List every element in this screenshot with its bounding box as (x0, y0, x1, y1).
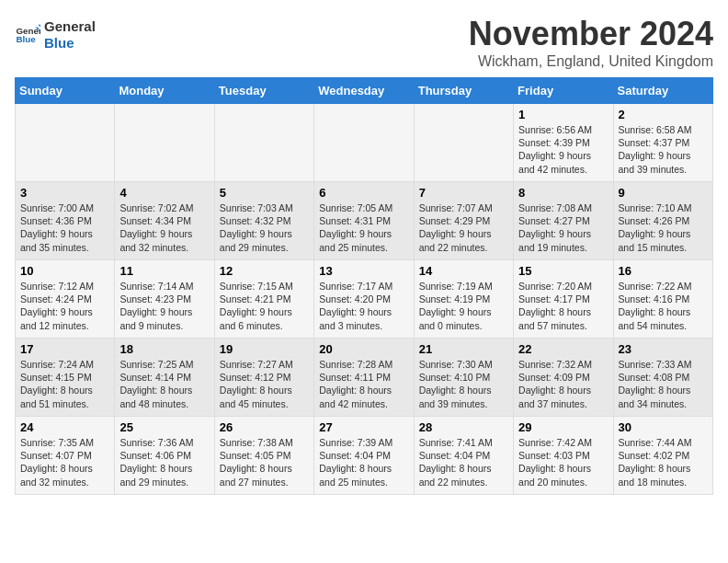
table-row: 25Sunrise: 7:36 AM Sunset: 4:06 PM Dayli… (115, 417, 214, 495)
table-row: 8Sunrise: 7:08 AM Sunset: 4:27 PM Daylig… (514, 182, 613, 260)
table-row: 13Sunrise: 7:17 AM Sunset: 4:20 PM Dayli… (314, 260, 414, 339)
cell-info: Sunrise: 7:12 AM Sunset: 4:24 PM Dayligh… (20, 280, 109, 332)
table-row: 22Sunrise: 7:32 AM Sunset: 4:09 PM Dayli… (514, 339, 613, 417)
header-saturday: Saturday (613, 78, 712, 104)
day-number: 10 (20, 264, 109, 278)
cell-info: Sunrise: 7:25 AM Sunset: 4:14 PM Dayligh… (119, 358, 209, 410)
day-number: 6 (319, 186, 408, 200)
table-row: 14Sunrise: 7:19 AM Sunset: 4:19 PM Dayli… (414, 260, 513, 339)
table-row: 9Sunrise: 7:10 AM Sunset: 4:26 PM Daylig… (613, 182, 712, 260)
cell-info: Sunrise: 7:10 AM Sunset: 4:26 PM Dayligh… (619, 201, 708, 254)
cell-info: Sunrise: 7:03 AM Sunset: 4:32 PM Dayligh… (220, 201, 309, 254)
cell-info: Sunrise: 7:35 AM Sunset: 4:07 PM Dayligh… (20, 436, 109, 488)
logo-icon: General Blue (15, 22, 40, 48)
day-number: 16 (619, 264, 708, 278)
day-number: 24 (20, 420, 109, 434)
cell-info: Sunrise: 7:02 AM Sunset: 4:34 PM Dayligh… (119, 201, 209, 254)
cell-info: Sunrise: 7:41 AM Sunset: 4:04 PM Dayligh… (419, 436, 508, 488)
day-number: 8 (518, 186, 608, 200)
cell-info: Sunrise: 7:24 AM Sunset: 4:15 PM Dayligh… (20, 358, 109, 410)
cell-info: Sunrise: 7:33 AM Sunset: 4:08 PM Dayligh… (619, 358, 708, 410)
day-number: 28 (419, 420, 508, 434)
table-row: 21Sunrise: 7:30 AM Sunset: 4:10 PM Dayli… (414, 339, 513, 417)
table-row: 10Sunrise: 7:12 AM Sunset: 4:24 PM Dayli… (16, 260, 115, 339)
day-number: 1 (518, 108, 608, 121)
day-number: 5 (220, 186, 309, 200)
cell-info: Sunrise: 7:38 AM Sunset: 4:05 PM Dayligh… (220, 436, 309, 488)
day-number: 13 (319, 264, 408, 278)
day-number: 11 (119, 264, 209, 278)
day-number: 26 (220, 420, 309, 434)
cell-info: Sunrise: 7:36 AM Sunset: 4:06 PM Dayligh… (119, 436, 209, 488)
day-number: 4 (119, 186, 209, 200)
title-section: November 2024 Wickham, England, United K… (469, 15, 713, 70)
cell-info: Sunrise: 7:44 AM Sunset: 4:02 PM Dayligh… (619, 436, 708, 488)
page-title: November 2024 (469, 15, 713, 53)
cell-info: Sunrise: 6:58 AM Sunset: 4:37 PM Dayligh… (619, 123, 708, 176)
table-row: 19Sunrise: 7:27 AM Sunset: 4:12 PM Dayli… (214, 339, 313, 417)
day-number: 20 (319, 342, 408, 356)
cell-info: Sunrise: 7:14 AM Sunset: 4:23 PM Dayligh… (119, 280, 209, 332)
day-number: 30 (619, 420, 708, 434)
header-friday: Friday (514, 78, 613, 104)
table-row: 3Sunrise: 7:00 AM Sunset: 4:36 PM Daylig… (16, 182, 115, 260)
table-row: 20Sunrise: 7:28 AM Sunset: 4:11 PM Dayli… (314, 339, 414, 417)
header-thursday: Thursday (414, 78, 513, 104)
day-number: 3 (20, 186, 109, 200)
day-number: 17 (20, 342, 109, 356)
table-row: 18Sunrise: 7:25 AM Sunset: 4:14 PM Dayli… (115, 339, 214, 417)
cell-info: Sunrise: 7:05 AM Sunset: 4:31 PM Dayligh… (319, 201, 408, 254)
day-number: 2 (619, 108, 708, 121)
svg-text:Blue: Blue (16, 34, 36, 44)
table-row: 12Sunrise: 7:15 AM Sunset: 4:21 PM Dayli… (214, 260, 313, 339)
table-row: 15Sunrise: 7:20 AM Sunset: 4:17 PM Dayli… (514, 260, 613, 339)
table-row: 6Sunrise: 7:05 AM Sunset: 4:31 PM Daylig… (314, 182, 414, 260)
table-row (214, 104, 313, 182)
day-number: 12 (220, 264, 309, 278)
table-row (414, 104, 513, 182)
table-row: 29Sunrise: 7:42 AM Sunset: 4:03 PM Dayli… (514, 417, 613, 495)
logo-text-blue: Blue (44, 35, 96, 52)
cell-info: Sunrise: 7:39 AM Sunset: 4:04 PM Dayligh… (319, 436, 408, 488)
table-row: 7Sunrise: 7:07 AM Sunset: 4:29 PM Daylig… (414, 182, 513, 260)
calendar-table: Sunday Monday Tuesday Wednesday Thursday… (15, 77, 713, 495)
header-monday: Monday (115, 78, 214, 104)
cell-info: Sunrise: 7:27 AM Sunset: 4:12 PM Dayligh… (220, 358, 309, 410)
cell-info: Sunrise: 7:30 AM Sunset: 4:10 PM Dayligh… (419, 358, 508, 410)
day-number: 25 (119, 420, 209, 434)
table-row: 17Sunrise: 7:24 AM Sunset: 4:15 PM Dayli… (16, 339, 115, 417)
table-row: 30Sunrise: 7:44 AM Sunset: 4:02 PM Dayli… (613, 417, 712, 495)
day-number: 21 (419, 342, 508, 356)
cell-info: Sunrise: 7:42 AM Sunset: 4:03 PM Dayligh… (518, 436, 608, 488)
table-row: 1Sunrise: 6:56 AM Sunset: 4:39 PM Daylig… (514, 104, 613, 182)
table-row (115, 104, 214, 182)
header-tuesday: Tuesday (214, 78, 313, 104)
header-sunday: Sunday (16, 78, 115, 104)
header-wednesday: Wednesday (314, 78, 414, 104)
cell-info: Sunrise: 7:32 AM Sunset: 4:09 PM Dayligh… (518, 358, 608, 410)
cell-info: Sunrise: 7:20 AM Sunset: 4:17 PM Dayligh… (518, 280, 608, 332)
table-row (16, 104, 115, 182)
page-header: General Blue General Blue November 2024 … (15, 15, 713, 70)
day-number: 7 (419, 186, 508, 200)
day-number: 18 (119, 342, 209, 356)
table-row: 2Sunrise: 6:58 AM Sunset: 4:37 PM Daylig… (613, 104, 712, 182)
cell-info: Sunrise: 7:17 AM Sunset: 4:20 PM Dayligh… (319, 280, 408, 332)
logo-text-general: General (44, 18, 96, 35)
cell-info: Sunrise: 7:28 AM Sunset: 4:11 PM Dayligh… (319, 358, 408, 410)
logo: General Blue General Blue (15, 18, 96, 52)
table-row: 27Sunrise: 7:39 AM Sunset: 4:04 PM Dayli… (314, 417, 414, 495)
day-number: 19 (220, 342, 309, 356)
table-row: 4Sunrise: 7:02 AM Sunset: 4:34 PM Daylig… (115, 182, 214, 260)
table-row: 11Sunrise: 7:14 AM Sunset: 4:23 PM Dayli… (115, 260, 214, 339)
page-subtitle: Wickham, England, United Kingdom (469, 53, 713, 70)
day-number: 15 (518, 264, 608, 278)
day-number: 14 (419, 264, 508, 278)
table-row: 23Sunrise: 7:33 AM Sunset: 4:08 PM Dayli… (613, 339, 712, 417)
cell-info: Sunrise: 7:22 AM Sunset: 4:16 PM Dayligh… (619, 280, 708, 332)
table-row: 5Sunrise: 7:03 AM Sunset: 4:32 PM Daylig… (214, 182, 313, 260)
day-number: 9 (619, 186, 708, 200)
day-number: 22 (518, 342, 608, 356)
cell-info: Sunrise: 7:00 AM Sunset: 4:36 PM Dayligh… (20, 201, 109, 254)
cell-info: Sunrise: 7:19 AM Sunset: 4:19 PM Dayligh… (419, 280, 508, 332)
